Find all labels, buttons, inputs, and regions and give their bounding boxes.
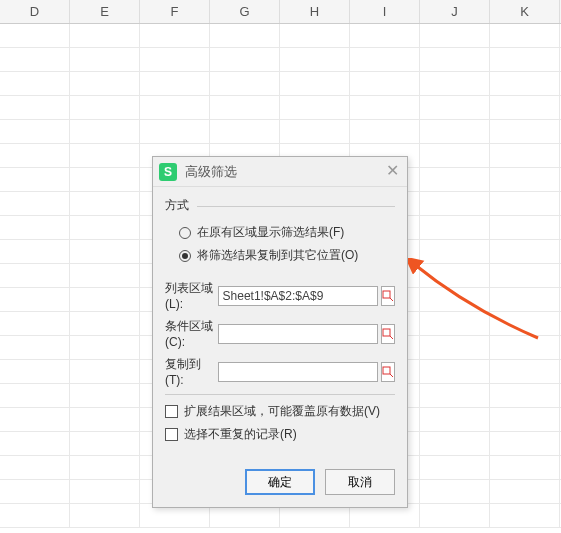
app-logo-icon: S — [159, 163, 177, 181]
radio-filter-in-place[interactable]: 在原有区域显示筛选结果(F) — [179, 224, 395, 241]
checkbox-label: 选择不重复的记录(R) — [184, 426, 297, 443]
advanced-filter-dialog: S 高级筛选 ✕ 方式 在原有区域显示筛选结果(F) 将筛选结果复制到其它位置(… — [152, 156, 408, 508]
range-picker-button[interactable] — [381, 362, 395, 382]
ok-button[interactable]: 确定 — [245, 469, 315, 495]
dialog-title: 高级筛选 — [185, 163, 383, 181]
checkbox-icon — [165, 428, 178, 441]
range-picker-icon — [382, 328, 394, 340]
range-picker-button[interactable] — [381, 324, 395, 344]
col-header[interactable]: J — [420, 0, 490, 23]
radio-label: 将筛选结果复制到其它位置(O) — [197, 247, 358, 264]
divider — [165, 394, 395, 395]
svg-rect-2 — [383, 367, 390, 374]
radio-label: 在原有区域显示筛选结果(F) — [197, 224, 344, 241]
col-header[interactable]: E — [70, 0, 140, 23]
dialog-header[interactable]: S 高级筛选 ✕ — [153, 157, 407, 187]
radio-icon — [179, 250, 191, 262]
list-range-input[interactable] — [218, 286, 378, 306]
criteria-range-label: 条件区域(C): — [165, 318, 218, 349]
checkbox-label: 扩展结果区域，可能覆盖原有数据(V) — [184, 403, 380, 420]
radio-icon — [179, 227, 191, 239]
close-icon[interactable]: ✕ — [383, 163, 401, 181]
col-header[interactable]: D — [0, 0, 70, 23]
copy-to-label: 复制到(T): — [165, 356, 218, 387]
cancel-button[interactable]: 取消 — [325, 469, 395, 495]
range-picker-button[interactable] — [381, 286, 395, 306]
checkbox-extend-results[interactable]: 扩展结果区域，可能覆盖原有数据(V) — [165, 403, 395, 420]
list-range-label: 列表区域(L): — [165, 280, 218, 311]
col-header[interactable]: G — [210, 0, 280, 23]
col-header[interactable]: H — [280, 0, 350, 23]
column-headers: D E F G H I J K — [0, 0, 561, 24]
checkbox-icon — [165, 405, 178, 418]
col-header[interactable]: K — [490, 0, 560, 23]
range-picker-icon — [382, 290, 394, 302]
svg-rect-1 — [383, 329, 390, 336]
col-header[interactable]: I — [350, 0, 420, 23]
radio-copy-to-location[interactable]: 将筛选结果复制到其它位置(O) — [179, 247, 395, 264]
checkbox-unique-records[interactable]: 选择不重复的记录(R) — [165, 426, 395, 443]
col-header[interactable]: F — [140, 0, 210, 23]
range-picker-icon — [382, 366, 394, 378]
criteria-range-input[interactable] — [218, 324, 378, 344]
svg-rect-0 — [383, 291, 390, 298]
method-group-label: 方式 — [165, 197, 395, 214]
copy-to-input[interactable] — [218, 362, 378, 382]
